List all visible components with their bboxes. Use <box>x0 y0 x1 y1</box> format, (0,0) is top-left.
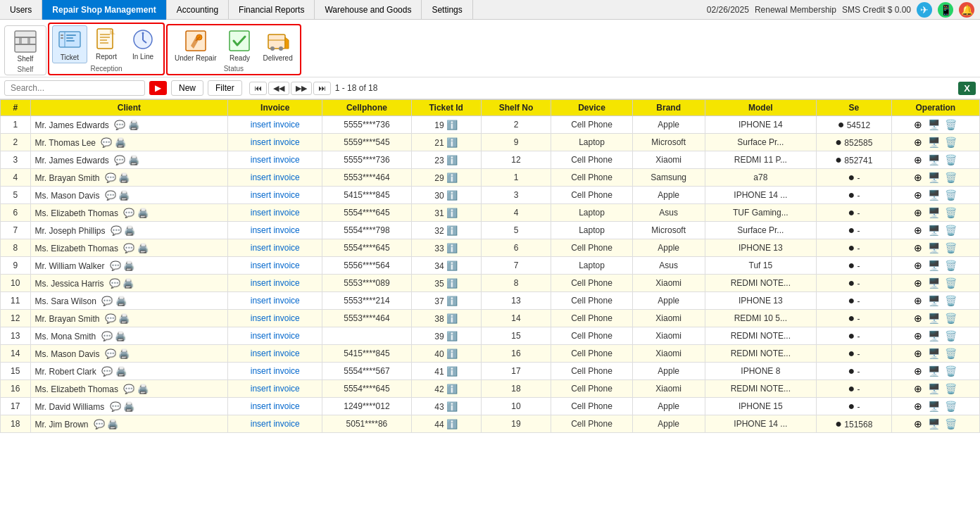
print-icon[interactable]: 🖨️ <box>115 331 126 341</box>
print-icon[interactable]: 🖨️ <box>137 208 149 218</box>
info-icon[interactable]: ℹ️ <box>446 260 458 271</box>
chat-icon[interactable]: 💬 <box>109 278 120 289</box>
edit-operation-button[interactable]: 🖥️ <box>926 260 941 271</box>
edit-operation-button[interactable]: 🖥️ <box>926 277 941 289</box>
info-icon[interactable]: ℹ️ <box>446 313 458 324</box>
cell-invoice[interactable]: insert invoice <box>228 292 322 310</box>
edit-operation-button[interactable]: 🖥️ <box>926 401 941 412</box>
tab-warehouse[interactable]: Warehouse and Goods <box>315 0 422 20</box>
add-operation-button[interactable]: ⊕ <box>912 418 924 429</box>
chat-icon[interactable]: 💬 <box>105 349 116 359</box>
telegram-icon[interactable]: ✈ <box>917 2 932 18</box>
chat-icon[interactable]: 💬 <box>101 137 112 148</box>
print-icon[interactable]: 🖨️ <box>118 313 130 324</box>
last-page-button[interactable]: ⏭ <box>313 82 331 95</box>
ready-button[interactable]: Ready <box>222 27 257 63</box>
play-button[interactable]: ▶ <box>149 81 167 95</box>
cell-invoice[interactable]: insert invoice <box>228 151 322 169</box>
info-icon[interactable]: ℹ️ <box>446 366 458 377</box>
info-icon[interactable]: ℹ️ <box>446 296 458 306</box>
print-icon[interactable]: 🖨️ <box>128 155 139 165</box>
export-excel-button[interactable]: X <box>958 82 976 95</box>
add-operation-button[interactable]: ⊕ <box>912 330 924 341</box>
add-operation-button[interactable]: ⊕ <box>912 277 924 289</box>
info-icon[interactable]: ℹ️ <box>446 137 458 148</box>
print-icon[interactable]: 🖨️ <box>128 120 139 130</box>
info-icon[interactable]: ℹ️ <box>446 419 458 429</box>
first-page-button[interactable]: ⏮ <box>249 82 267 95</box>
edit-operation-button[interactable]: 🖥️ <box>926 172 941 183</box>
delete-operation-button[interactable]: 🗑️ <box>943 154 958 165</box>
under-repair-button[interactable]: Under Repair <box>170 27 220 63</box>
add-operation-button[interactable]: ⊕ <box>912 348 924 359</box>
add-operation-button[interactable]: ⊕ <box>912 295 924 306</box>
delete-operation-button[interactable]: 🗑️ <box>943 242 958 253</box>
delete-operation-button[interactable]: 🗑️ <box>943 189 958 201</box>
chat-icon[interactable]: 💬 <box>123 208 134 218</box>
edit-operation-button[interactable]: 🖥️ <box>926 137 941 148</box>
info-icon[interactable]: ℹ️ <box>446 243 458 253</box>
cell-invoice[interactable]: insert invoice <box>228 257 322 275</box>
delete-operation-button[interactable]: 🗑️ <box>943 119 958 130</box>
info-icon[interactable]: ℹ️ <box>446 172 458 183</box>
delete-operation-button[interactable]: 🗑️ <box>943 313 958 324</box>
edit-operation-button[interactable]: 🖥️ <box>926 383 941 394</box>
delete-operation-button[interactable]: 🗑️ <box>943 348 958 359</box>
delete-operation-button[interactable]: 🗑️ <box>943 260 958 271</box>
info-icon[interactable]: ℹ️ <box>446 331 458 341</box>
edit-operation-button[interactable]: 🖥️ <box>926 365 941 377</box>
print-icon[interactable]: 🖨️ <box>115 366 127 377</box>
delete-operation-button[interactable]: 🗑️ <box>943 383 958 394</box>
print-icon[interactable]: 🖨️ <box>123 401 134 412</box>
chat-icon[interactable]: 💬 <box>114 120 125 130</box>
add-operation-button[interactable]: ⊕ <box>912 365 924 377</box>
print-icon[interactable]: 🖨️ <box>122 278 134 289</box>
add-operation-button[interactable]: ⊕ <box>912 119 924 130</box>
info-icon[interactable]: ℹ️ <box>446 208 458 218</box>
delete-operation-button[interactable]: 🗑️ <box>943 418 958 429</box>
cell-invoice[interactable]: insert invoice <box>228 345 322 363</box>
tab-users[interactable]: Users <box>0 0 42 20</box>
chat-icon[interactable]: 💬 <box>94 419 105 429</box>
print-icon[interactable]: 🖨️ <box>118 190 130 201</box>
search-input[interactable] <box>4 80 145 96</box>
tab-settings[interactable]: Settings <box>422 0 472 20</box>
cell-invoice[interactable]: insert invoice <box>228 187 322 204</box>
delete-operation-button[interactable]: 🗑️ <box>943 137 958 148</box>
print-icon[interactable]: 🖨️ <box>115 296 127 306</box>
print-icon[interactable]: 🖨️ <box>118 172 130 183</box>
delete-operation-button[interactable]: 🗑️ <box>943 207 958 218</box>
next-page-button[interactable]: ▶▶ <box>291 82 312 95</box>
edit-operation-button[interactable]: 🖥️ <box>926 154 941 165</box>
chat-icon[interactable]: 💬 <box>110 401 121 412</box>
cell-invoice[interactable]: insert invoice <box>228 222 322 239</box>
prev-page-button[interactable]: ◀◀ <box>268 82 289 95</box>
delete-operation-button[interactable]: 🗑️ <box>943 225 958 236</box>
inline-button[interactable]: In Line <box>125 25 161 63</box>
tab-financial-reports[interactable]: Financial Reports <box>229 0 315 20</box>
edit-operation-button[interactable]: 🖥️ <box>926 207 941 218</box>
delivered-button[interactable]: Delivered <box>258 27 296 63</box>
chat-icon[interactable]: 💬 <box>101 366 113 377</box>
edit-operation-button[interactable]: 🖥️ <box>926 119 941 130</box>
delete-operation-button[interactable]: 🗑️ <box>943 277 958 289</box>
chat-icon[interactable]: 💬 <box>110 260 121 271</box>
cell-invoice[interactable]: insert invoice <box>228 310 322 327</box>
edit-operation-button[interactable]: 🖥️ <box>926 295 941 306</box>
chat-icon[interactable]: 💬 <box>105 313 116 324</box>
print-icon[interactable]: 🖨️ <box>107 419 118 429</box>
add-operation-button[interactable]: ⊕ <box>912 207 924 218</box>
chat-icon[interactable]: 💬 <box>101 331 113 341</box>
info-icon[interactable]: ℹ️ <box>446 190 458 201</box>
print-icon[interactable]: 🖨️ <box>118 349 130 359</box>
info-icon[interactable]: ℹ️ <box>446 120 458 130</box>
info-icon[interactable]: ℹ️ <box>446 278 458 289</box>
new-button[interactable]: New <box>171 80 203 96</box>
cell-invoice[interactable]: insert invoice <box>228 415 322 433</box>
add-operation-button[interactable]: ⊕ <box>912 313 924 324</box>
info-icon[interactable]: ℹ️ <box>446 225 458 236</box>
edit-operation-button[interactable]: 🖥️ <box>926 330 941 341</box>
edit-operation-button[interactable]: 🖥️ <box>926 225 941 236</box>
delete-operation-button[interactable]: 🗑️ <box>943 365 958 377</box>
delete-operation-button[interactable]: 🗑️ <box>943 172 958 183</box>
